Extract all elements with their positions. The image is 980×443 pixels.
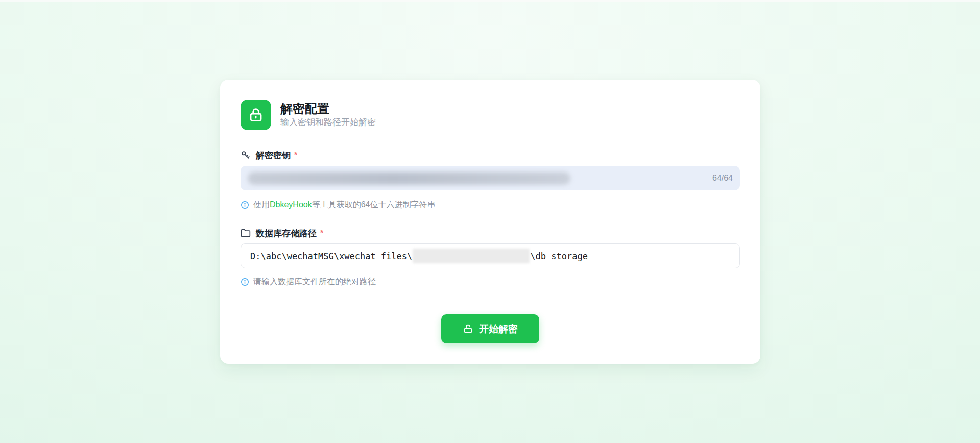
info-icon <box>241 278 249 286</box>
dbkeyhook-link[interactable]: DbkeyHook <box>270 200 312 209</box>
start-decrypt-label: 开始解密 <box>479 323 518 336</box>
key-icon <box>241 150 251 160</box>
key-hint-prefix: 使用 <box>253 200 270 209</box>
db-path-input[interactable]: D:\abc\wechatMSG\xwechat_files\\db_stora… <box>241 243 740 268</box>
start-decrypt-button[interactable]: 开始解密 <box>441 314 539 343</box>
lock-icon <box>248 107 264 123</box>
redacted-key-value <box>248 172 570 185</box>
db-path-hint: 请输入数据库文件所在的绝对路径 <box>241 277 740 287</box>
decrypt-config-card: 解密配置 输入密钥和路径开始解密 解密密钥 * 64/64 <box>220 80 760 364</box>
db-path-value-suffix: \db_storage <box>530 251 588 261</box>
db-path-label: 数据库存储路径 <box>256 228 317 239</box>
db-path-label-row: 数据库存储路径 * <box>241 228 740 239</box>
info-icon <box>241 201 249 209</box>
decrypt-key-input[interactable]: 64/64 <box>241 166 740 190</box>
card-header: 解密配置 输入密钥和路径开始解密 <box>241 100 740 130</box>
submit-row: 开始解密 <box>241 314 740 343</box>
key-length-counter: 64/64 <box>712 174 733 183</box>
decrypt-key-hint: 使用DbkeyHook等工具获取的64位十六进制字符串 <box>241 200 740 210</box>
lock-icon-tile <box>241 100 271 130</box>
folder-icon <box>241 228 251 238</box>
page-subtitle: 输入密钥和路径开始解密 <box>280 118 376 128</box>
db-path-value-prefix: D:\abc\wechatMSG\xwechat_files\ <box>250 251 412 261</box>
key-hint-text: 使用DbkeyHook等工具获取的64位十六进制字符串 <box>253 200 436 210</box>
key-hint-suffix: 等工具获取的64位十六进制字符串 <box>312 200 436 209</box>
decrypt-key-required-mark: * <box>294 151 297 160</box>
divider <box>241 302 740 302</box>
decrypt-key-label: 解密密钥 <box>256 150 291 161</box>
header-titles: 解密配置 输入密钥和路径开始解密 <box>280 102 376 128</box>
redacted-path-segment <box>413 249 530 263</box>
db-path-required-mark: * <box>320 229 323 238</box>
db-path-hint-text: 请输入数据库文件所在的绝对路径 <box>253 277 376 287</box>
window-top-strip <box>0 0 980 2</box>
page-title: 解密配置 <box>280 102 376 115</box>
decrypt-key-label-row: 解密密钥 * <box>241 150 740 161</box>
unlock-icon <box>463 324 473 334</box>
